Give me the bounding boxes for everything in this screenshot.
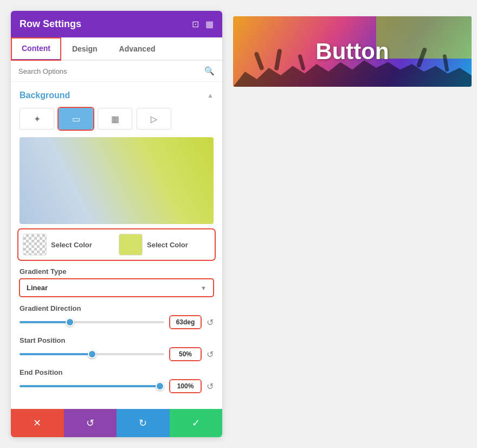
arm-5	[442, 54, 449, 72]
search-icon: 🔍	[204, 66, 215, 76]
color-selector-1-label: Select Color	[51, 241, 92, 249]
color-selector-1[interactable]: Select Color	[23, 234, 114, 255]
color-swatch-2	[119, 234, 143, 255]
section-title: Background	[20, 91, 70, 100]
arm-2	[274, 49, 282, 71]
color-selector-2-label: Select Color	[147, 241, 188, 249]
gradient-direction-reset-icon[interactable]: ↺	[207, 317, 214, 328]
arm-1	[254, 52, 264, 71]
end-position-slider-row: 100% ↺	[20, 380, 214, 393]
preview-button-text: Button	[315, 39, 389, 65]
color-selectors-row: Select Color Select Color	[20, 231, 214, 259]
arm-4	[416, 47, 428, 68]
gradient-direction-thumb[interactable]	[66, 318, 74, 327]
tab-design[interactable]: Design	[61, 37, 108, 60]
expand-icon[interactable]: ⊡	[192, 19, 199, 29]
start-position-fill	[20, 353, 92, 355]
preview-banner: Button	[233, 16, 472, 87]
color-swatch-1	[23, 234, 47, 255]
preview-panel: Button	[233, 11, 472, 437]
panel-footer: ✕ ↺ ↻ ✓	[11, 409, 222, 437]
search-input[interactable]	[18, 67, 200, 75]
end-position-fill	[20, 385, 164, 387]
arm-3	[298, 54, 306, 71]
gradient-type-dropdown[interactable]: Linear ▼	[20, 279, 214, 297]
layout-icon[interactable]: ▦	[205, 19, 214, 29]
gradient-direction-label: Gradient Direction	[20, 304, 214, 312]
gradient-direction-slider-row: 63deg ↺	[20, 316, 214, 329]
bg-type-row: ✦ ▭ ▦ ▷	[20, 108, 214, 130]
cancel-button[interactable]: ✕	[11, 409, 64, 437]
end-position-row: End Position 100% ↺	[20, 368, 214, 393]
bg-type-image[interactable]: ▦	[98, 108, 132, 130]
tab-content[interactable]: Content	[11, 37, 61, 61]
redo-button[interactable]: ↻	[117, 409, 170, 437]
gradient-type-label: Gradient Type	[20, 267, 214, 276]
gradient-direction-row: Gradient Direction 63deg ↺	[20, 304, 214, 329]
tabs-bar: Content Design Advanced	[11, 37, 222, 61]
gradient-type-value: Linear	[27, 284, 201, 292]
gradient-direction-track[interactable]	[20, 321, 164, 323]
tab-advanced[interactable]: Advanced	[108, 37, 166, 60]
bg-type-none[interactable]: ✦	[20, 108, 54, 130]
confirm-button[interactable]: ✓	[170, 409, 223, 437]
dropdown-arrow-icon: ▼	[201, 285, 207, 291]
end-position-track[interactable]	[20, 385, 164, 387]
search-bar: 🔍	[11, 61, 222, 82]
collapse-icon[interactable]: ▲	[207, 92, 214, 99]
end-position-label: End Position	[20, 368, 214, 376]
gradient-type-row: Gradient Type Linear ▼	[20, 267, 214, 297]
header-icons: ⊡ ▦	[192, 19, 214, 29]
bg-type-color[interactable]: ▭	[59, 108, 93, 130]
bg-type-video[interactable]: ▷	[137, 108, 171, 130]
gradient-preview	[20, 137, 214, 224]
start-position-thumb[interactable]	[88, 350, 96, 359]
section-header: Background ▲	[20, 91, 214, 100]
panel-content: Background ▲ ✦ ▭ ▦ ▷ Select Color	[11, 82, 222, 409]
start-position-track[interactable]	[20, 353, 164, 355]
end-position-thumb[interactable]	[156, 382, 164, 391]
end-position-value[interactable]: 100%	[170, 380, 201, 393]
background-section: Background ▲ ✦ ▭ ▦ ▷ Select Color	[11, 82, 222, 405]
start-position-reset-icon[interactable]: ↺	[207, 349, 214, 360]
start-position-value[interactable]: 50%	[170, 348, 201, 361]
panel-title: Row Settings	[20, 18, 81, 30]
row-settings-panel: Row Settings ⊡ ▦ Content Design Advanced…	[11, 11, 222, 437]
gradient-direction-value[interactable]: 63deg	[170, 316, 201, 329]
end-position-reset-icon[interactable]: ↺	[207, 381, 214, 392]
color-selector-2[interactable]: Select Color	[119, 234, 210, 255]
panel-header: Row Settings ⊡ ▦	[11, 11, 222, 37]
start-position-row: Start Position 50% ↺	[20, 336, 214, 361]
undo-button[interactable]: ↺	[64, 409, 117, 437]
start-position-slider-row: 50% ↺	[20, 348, 214, 361]
start-position-label: Start Position	[20, 336, 214, 344]
gradient-direction-fill	[20, 321, 70, 323]
